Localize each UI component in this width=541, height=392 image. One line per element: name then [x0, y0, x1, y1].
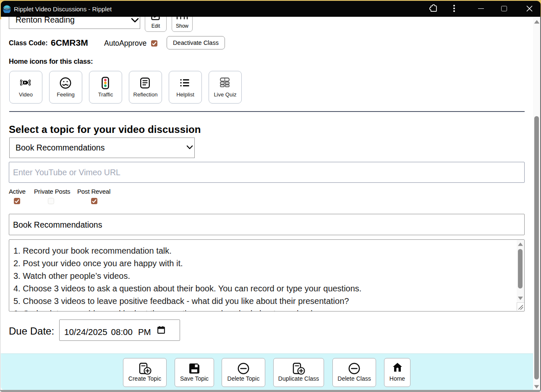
- svg-text:Ripplet: Ripplet: [4, 8, 10, 10]
